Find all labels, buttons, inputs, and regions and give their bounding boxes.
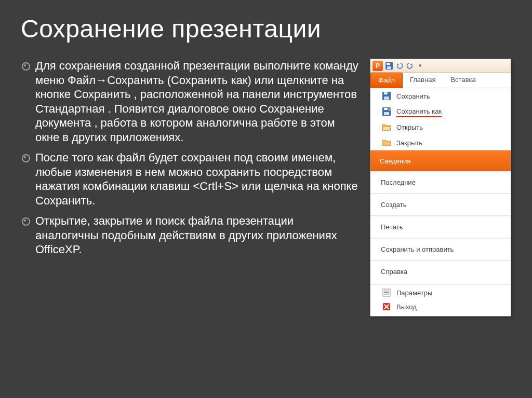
bullet-item: Для сохранения созданной презентации вып… (21, 59, 360, 144)
folder-open-icon (382, 122, 391, 132)
file-menu-label: Последние (381, 179, 416, 186)
file-menu-info[interactable]: Сведения (370, 150, 511, 171)
file-backstage-panel: Сохранить Сохранить как Открыть (370, 88, 511, 316)
exit-icon (382, 302, 391, 311)
svg-rect-12 (384, 294, 389, 295)
ribbon-tabs: Файл Главная Вставка (370, 73, 511, 88)
file-menu-label: Сохранить как (396, 107, 442, 117)
file-menu-screenshot: P ▾ Файл Главная Вставка (370, 59, 511, 317)
file-menu-open[interactable]: Открыть (370, 119, 511, 135)
file-menu-close[interactable]: Закрыть (370, 135, 511, 150)
presentation-slide: Сохранение презентации Для сохранения со… (0, 0, 532, 398)
svg-rect-2 (387, 66, 391, 69)
file-menu-save-send[interactable]: Сохранить и отправить (370, 238, 511, 260)
file-menu-label: Сохранить (396, 92, 430, 100)
file-menu-exit[interactable]: Выход (370, 300, 511, 316)
qat-redo-icon[interactable] (406, 62, 414, 70)
svg-rect-8 (384, 112, 389, 115)
ribbon-tab-home[interactable]: Главная (403, 73, 443, 88)
save-icon (382, 91, 391, 101)
ribbon-tab-file[interactable]: Файл (370, 73, 403, 88)
ribbon-tab-insert[interactable]: Вставка (443, 73, 483, 88)
file-menu-label: Сведения (380, 157, 410, 165)
qat-dropdown-icon[interactable]: ▾ (416, 62, 424, 70)
file-menu-label: Создать (381, 201, 406, 209)
content-area: Для сохранения созданной презентации вып… (21, 59, 511, 317)
svg-rect-4 (384, 92, 388, 94)
options-icon (382, 288, 391, 297)
file-menu-label: Сохранить и отправить (381, 245, 454, 253)
file-menu-label: Закрыть (396, 139, 422, 147)
qat-save-icon[interactable] (385, 62, 393, 70)
app-icon[interactable]: P (373, 61, 383, 71)
file-menu-new[interactable]: Создать (370, 194, 511, 215)
bullet-item: После того как файл будет сохранен под с… (21, 150, 360, 208)
folder-close-icon (382, 138, 391, 147)
svg-rect-11 (384, 292, 389, 293)
save-as-icon (382, 107, 391, 116)
svg-rect-1 (387, 63, 390, 65)
file-menu-options[interactable]: Параметры (370, 285, 511, 300)
file-menu-save-as[interactable]: Сохранить как (370, 104, 511, 119)
file-menu-print[interactable]: Печать (370, 216, 511, 238)
file-menu-label: Открыть (396, 123, 423, 131)
qat-undo-icon[interactable] (395, 62, 404, 70)
file-menu-recent[interactable]: Последние (370, 171, 511, 193)
file-menu-label: Параметры (396, 289, 432, 297)
svg-rect-5 (384, 97, 389, 100)
quick-access-toolbar: P ▾ (370, 59, 511, 73)
file-menu-save[interactable]: Сохранить (370, 88, 511, 104)
file-menu-label: Выход (396, 303, 417, 311)
file-menu-label: Печать (381, 223, 403, 231)
svg-rect-7 (384, 108, 388, 110)
bullet-item: Открытие, закрытие и поиск файла презент… (21, 214, 360, 257)
svg-rect-10 (384, 291, 389, 292)
file-menu-label: Справка (381, 268, 407, 276)
bullet-list: Для сохранения созданной презентации вып… (21, 59, 360, 317)
file-menu-help[interactable]: Справка (370, 260, 511, 282)
slide-title: Сохранение презентации (21, 15, 511, 43)
